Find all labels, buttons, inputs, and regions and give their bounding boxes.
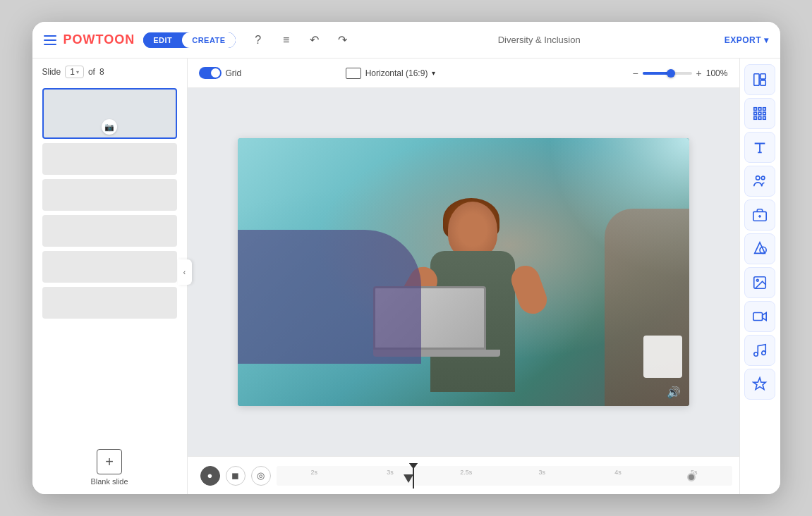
slide-arrow-icon: ▾ xyxy=(76,69,79,75)
grid-label: Grid xyxy=(226,68,242,78)
export-button[interactable]: EXPORT ▾ xyxy=(725,35,769,45)
playhead-arrow xyxy=(409,463,418,469)
header-actions: ? ≡ ↶ ↷ xyxy=(247,29,354,51)
hamburger-icon[interactable] xyxy=(44,35,56,45)
header: POWTOON EDIT CREATE ? ≡ ↶ ↷ Diversity & … xyxy=(32,22,780,59)
slide-thumb-1[interactable]: 📷 xyxy=(42,88,177,139)
app-logo: POWTOON xyxy=(63,32,135,47)
slide-number: 1 xyxy=(70,67,75,77)
grid-toggle[interactable]: Grid xyxy=(199,67,242,79)
slide-background-image: 🔊 xyxy=(238,138,689,406)
add-slide-icon: + xyxy=(97,449,122,474)
audio-tool-button[interactable] xyxy=(744,335,775,366)
zoom-out-button[interactable]: − xyxy=(632,68,638,79)
media-tool-button[interactable] xyxy=(744,267,775,298)
export-label: EXPORT xyxy=(725,35,761,45)
toolbar-row: Grid Horizontal (16:9) ▾ − + 100% xyxy=(188,59,739,88)
characters-tool-button[interactable] xyxy=(744,166,775,197)
svg-rect-3 xyxy=(754,108,757,111)
svg-point-13 xyxy=(761,176,765,180)
tick-25s: 2.5s xyxy=(428,469,504,476)
tick-4s: 4s xyxy=(580,469,656,476)
edit-tab[interactable]: EDIT xyxy=(143,32,182,48)
orientation-chevron-icon: ▾ xyxy=(432,69,435,77)
timeline-ticks: 2s 3s 2.5s 3s 4s 5s xyxy=(277,466,732,486)
slide-thumb-2[interactable] xyxy=(42,143,177,175)
layout-tool-button[interactable] xyxy=(744,64,775,95)
app-shell: POWTOON EDIT CREATE ? ≡ ↶ ↷ Diversity & … xyxy=(32,22,780,494)
timeline: ● ◼ ◎ 2s 3s 2.5s 3s 4s 5s xyxy=(188,456,739,494)
play-object-button[interactable]: ● xyxy=(200,466,220,486)
slide-thumb-6[interactable] xyxy=(42,287,177,319)
timeline-track[interactable]: 2s 3s 2.5s 3s 4s 5s xyxy=(277,466,732,486)
svg-point-20 xyxy=(756,279,758,281)
svg-point-22 xyxy=(754,352,758,357)
slide-navigation: Slide 1 ▾ of 8 xyxy=(32,59,187,85)
slides-list: 📷 xyxy=(32,85,187,441)
canvas-area: Grid Horizontal (16:9) ▾ − + 100% xyxy=(188,59,739,494)
svg-point-23 xyxy=(762,351,766,355)
shapes-tool-button[interactable] xyxy=(744,233,775,264)
edit-create-toggle: EDIT CREATE xyxy=(143,32,235,48)
background-tool-button[interactable] xyxy=(744,98,775,129)
create-tab[interactable]: CREATE xyxy=(182,32,235,48)
svg-rect-21 xyxy=(753,313,763,321)
timeline-playhead[interactable] xyxy=(413,463,414,489)
svg-rect-10 xyxy=(758,117,761,120)
purple-shape-overlay[interactable] xyxy=(238,230,421,364)
play-slide-button[interactable]: ◼ xyxy=(226,466,246,486)
zoom-controls: − + 100% xyxy=(632,68,727,79)
logo-text: POWTOON xyxy=(63,32,135,47)
svg-point-12 xyxy=(756,176,761,180)
svg-rect-2 xyxy=(761,80,765,85)
tick-3s-2: 3s xyxy=(504,469,581,476)
help-button[interactable]: ? xyxy=(247,29,269,51)
collapse-sidebar-button[interactable]: ‹ xyxy=(178,259,192,285)
orientation-selector[interactable]: Horizontal (16:9) ▾ xyxy=(346,68,436,79)
svg-rect-11 xyxy=(763,117,766,120)
zoom-slider-thumb[interactable] xyxy=(667,69,675,78)
total-slides: 8 xyxy=(99,67,104,77)
svg-rect-1 xyxy=(761,74,765,79)
svg-rect-9 xyxy=(754,117,757,120)
video-tool-button[interactable] xyxy=(744,301,775,332)
svg-rect-8 xyxy=(763,112,766,115)
text-tool-button[interactable] xyxy=(744,132,775,163)
slide-thumb-3[interactable] xyxy=(42,179,177,211)
corner-thumbnail-box[interactable] xyxy=(643,336,682,378)
magic-tool-button[interactable] xyxy=(744,369,775,400)
main-area: Slide 1 ▾ of 8 📷 + Blank s xyxy=(32,59,780,494)
camera-timeline-button[interactable]: ◎ xyxy=(251,466,271,486)
zoom-in-button[interactable]: + xyxy=(696,68,702,79)
grid-switch[interactable] xyxy=(199,67,222,79)
person-head xyxy=(448,202,497,258)
blank-slide-button[interactable]: + Blank slide xyxy=(32,441,187,494)
notes-button[interactable]: ≡ xyxy=(275,29,298,51)
orientation-label: Horizontal (16:9) xyxy=(365,68,428,78)
presentation-title: Diversity & Inclusion xyxy=(363,35,716,45)
header-left: POWTOON xyxy=(44,32,135,47)
volume-icon[interactable]: 🔊 xyxy=(667,386,681,399)
of-label: of xyxy=(88,67,95,77)
svg-rect-7 xyxy=(758,112,761,115)
undo-button[interactable]: ↶ xyxy=(303,29,326,51)
tick-3s: 3s xyxy=(352,469,428,476)
zoom-slider[interactable] xyxy=(643,72,692,75)
slide-canvas[interactable]: 🔊 xyxy=(238,138,689,406)
props-tool-button[interactable] xyxy=(744,199,775,231)
svg-rect-6 xyxy=(754,112,757,115)
slide-number-box[interactable]: 1 ▾ xyxy=(65,66,84,78)
svg-rect-4 xyxy=(758,108,761,111)
slide-thumb-5[interactable] xyxy=(42,251,177,283)
zoom-value: 100% xyxy=(706,68,728,78)
right-sidebar xyxy=(739,59,780,494)
redo-button[interactable]: ↷ xyxy=(332,29,354,51)
export-chevron-icon: ▾ xyxy=(764,35,769,45)
camera-icon: 📷 xyxy=(102,119,117,135)
svg-rect-0 xyxy=(754,74,759,86)
slide-label: Slide xyxy=(42,67,61,77)
timeline-marker[interactable] xyxy=(404,474,413,483)
timeline-camera-dot[interactable] xyxy=(687,473,696,481)
canvas-container[interactable]: ‹ xyxy=(188,88,739,456)
slide-thumb-4[interactable] xyxy=(42,215,177,247)
